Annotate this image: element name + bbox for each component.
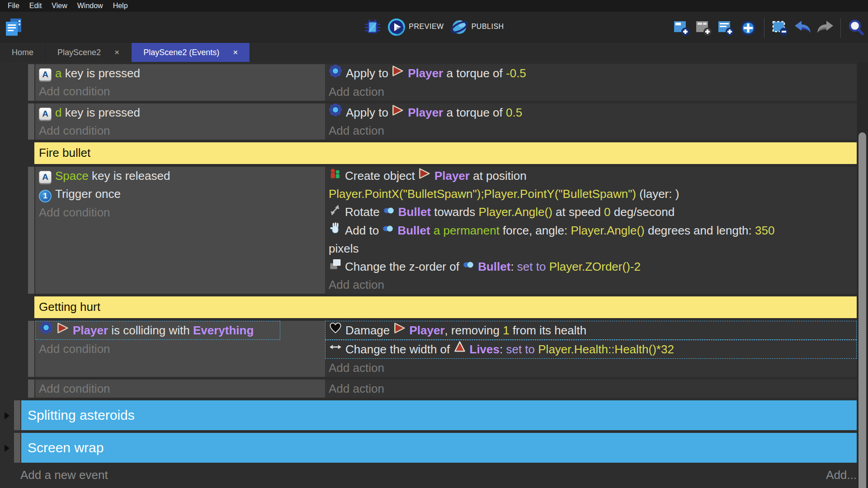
group-collapse-arrow-icon[interactable]	[5, 412, 9, 419]
text-segment: set to	[506, 343, 535, 356]
debug-icon[interactable]	[364, 18, 381, 35]
text-segment: deg/second	[611, 205, 675, 219]
tab-label: PlayScene2 (Events)	[143, 48, 219, 57]
text-segment: a permanent	[434, 224, 500, 237]
event-row: Aa key is pressedAdd conditionApply to P…	[28, 64, 857, 101]
player-icon	[57, 321, 69, 339]
physics-icon	[329, 64, 342, 83]
action-instruction[interactable]: Change the z-order of Bullet: set to Pla…	[325, 258, 857, 276]
deselect-icon[interactable]	[772, 19, 789, 37]
text-segment: Change the z-order of	[345, 260, 462, 273]
condition-instruction[interactable]: Player is colliding with Everything	[35, 321, 280, 340]
menu-view[interactable]: View	[47, 0, 72, 12]
condition-instruction[interactable]: Aa key is pressed	[35, 64, 325, 82]
text-segment: Change the width of	[345, 343, 453, 356]
group-drag-handle	[14, 433, 20, 463]
add-condition-link[interactable]: Add condition	[35, 82, 325, 100]
event-drag-handle	[28, 103, 34, 140]
text-segment: Space	[55, 169, 89, 183]
keyboard-icon: A	[39, 167, 52, 185]
action-instruction[interactable]: Add to Bullet a permanent force, angle: …	[325, 221, 857, 258]
add-condition-link[interactable]: Add condition	[35, 340, 325, 358]
comment-row: Getting hurt	[34, 296, 857, 318]
group-title[interactable]: Splitting asteroids	[21, 400, 857, 430]
vertical-scrollbar-track[interactable]	[857, 62, 868, 488]
player-icon	[392, 64, 404, 82]
close-tab-icon[interactable]: ×	[233, 47, 238, 57]
condition-instruction[interactable]: ASpace key is released	[35, 167, 325, 185]
text-segment: pixels	[329, 242, 359, 255]
tab-label: Home	[12, 48, 33, 57]
add-new-icon[interactable]	[740, 19, 757, 37]
text-segment: Player.Angle()	[571, 224, 644, 237]
text-segment: , removing	[445, 324, 503, 337]
undo-icon[interactable]	[794, 19, 811, 37]
condition-instruction[interactable]: 1Trigger once	[35, 185, 325, 203]
actions-cell: Apply to Player a torque of -0.5Add acti…	[325, 64, 857, 101]
action-instruction[interactable]: Change the width of Lives: set to Player…	[325, 340, 857, 359]
text-segment: a torque of	[443, 66, 506, 80]
text-segment: Lives	[470, 343, 500, 356]
keyboard-icon: A	[39, 64, 52, 82]
text-segment: Player.PointX("BulletSpawn");Player.Poin…	[329, 187, 636, 201]
menu-edit[interactable]: Edit	[24, 0, 47, 12]
player-icon	[418, 167, 431, 185]
menu-help[interactable]: Help	[108, 0, 133, 12]
add-condition-link[interactable]: Add condition	[35, 203, 325, 221]
text-segment: degrees and length:	[645, 224, 755, 237]
conditions-cell: Add condition	[35, 380, 325, 398]
preview-button[interactable]: PREVIEW	[387, 18, 443, 35]
action-instruction[interactable]: Damage Player, removing 1 from its healt…	[325, 321, 857, 340]
group-title[interactable]: Screen wrap	[21, 433, 857, 463]
keyboard-icon: A	[39, 103, 52, 122]
menu-window[interactable]: Window	[72, 0, 108, 12]
globe-icon	[450, 18, 467, 35]
group-row: Screen wrap	[14, 433, 857, 463]
text-segment	[430, 224, 434, 237]
add-subevent-icon[interactable]	[695, 19, 712, 37]
actions-cell: Add action	[325, 380, 857, 398]
add-condition-link[interactable]: Add condition	[35, 122, 325, 140]
action-instruction[interactable]: Apply to Player a torque of 0.5	[325, 103, 857, 122]
tab-playscene2-events[interactable]: PlayScene2 (Events)×	[132, 43, 250, 62]
add-more-link[interactable]: Add...	[826, 468, 857, 482]
text-segment: set to	[517, 260, 546, 273]
bullet-icon	[383, 203, 395, 221]
text-segment: a torque of	[443, 106, 506, 119]
add-new-event-link[interactable]: Add a new event	[20, 468, 108, 482]
menu-file[interactable]: File	[3, 0, 24, 12]
text-segment: 0	[604, 205, 610, 219]
action-instruction[interactable]: Rotate Bullet towards Player.Angle() at …	[325, 203, 857, 221]
add-action-link[interactable]: Add action	[325, 359, 857, 377]
text-segment: Player	[408, 106, 443, 119]
conditions-cell: ASpace key is released1Trigger onceAdd c…	[35, 167, 325, 294]
add-action-link[interactable]: Add action	[325, 276, 857, 294]
vertical-scrollbar-thumb[interactable]	[859, 132, 866, 488]
comment-text[interactable]: Fire bullet	[34, 142, 857, 164]
publish-button[interactable]: PUBLISH	[450, 18, 504, 35]
tab-playscene2[interactable]: PlayScene2×	[46, 43, 132, 62]
action-instruction[interactable]: Apply to Player a torque of -0.5	[325, 64, 857, 83]
condition-instruction[interactable]: Ad key is pressed	[35, 103, 325, 122]
add-action-link[interactable]: Add action	[325, 122, 857, 140]
comment-text[interactable]: Getting hurt	[34, 296, 857, 318]
add-action-link[interactable]: Add action	[325, 83, 857, 101]
tab-home[interactable]: Home	[0, 43, 46, 62]
event-row: ASpace key is released1Trigger onceAdd c…	[28, 167, 857, 294]
add-condition-link[interactable]: Add condition	[35, 380, 325, 398]
close-tab-icon[interactable]: ×	[114, 47, 119, 57]
text-segment: d	[55, 106, 61, 119]
text-segment: Player.Angle()	[479, 205, 552, 219]
group-collapse-arrow-icon[interactable]	[5, 445, 9, 452]
text-segment: Player	[434, 169, 470, 183]
search-icon[interactable]	[848, 19, 865, 37]
redo-icon[interactable]	[816, 19, 833, 37]
add-event-icon[interactable]	[673, 19, 690, 37]
group-drag-handle	[14, 400, 20, 430]
play-circle-icon	[387, 18, 405, 35]
preview-label: PREVIEW	[409, 23, 443, 31]
add-comment-icon[interactable]	[717, 19, 735, 37]
add-action-link[interactable]: Add action	[325, 380, 857, 398]
action-instruction[interactable]: Create object Player at position Player.…	[325, 167, 857, 203]
width-icon	[329, 340, 342, 358]
